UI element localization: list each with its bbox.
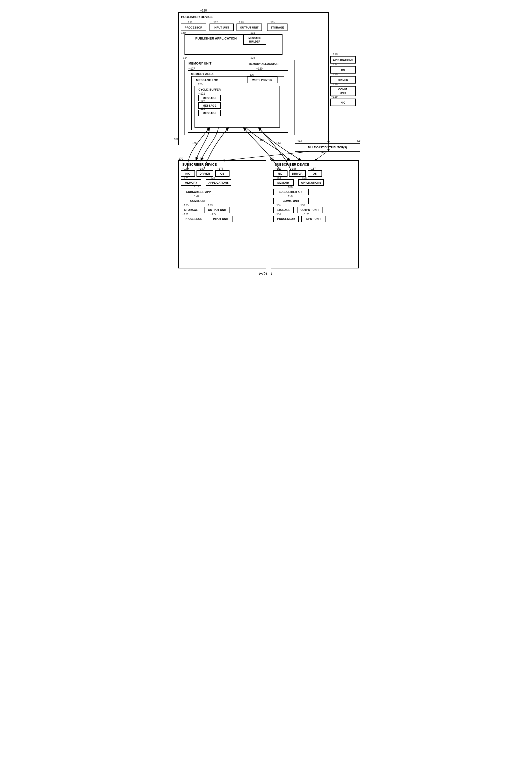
memory-allocator-label: MEMORY ALLOCATOR bbox=[248, 62, 278, 65]
memory-area-label: MEMORY AREA bbox=[191, 72, 214, 76]
applications-left-label: APPLICATIONS bbox=[208, 181, 229, 184]
storage-label: STORAGE bbox=[270, 26, 284, 29]
ref-197: ─197 bbox=[198, 167, 205, 170]
processor-label: PROCESSOR bbox=[185, 26, 202, 29]
ref-158: ─158 bbox=[300, 176, 306, 179]
ref-112: ─112 bbox=[211, 21, 218, 24]
ref-177: ─177 bbox=[216, 167, 223, 170]
storage-left-label: STORAGE bbox=[184, 208, 198, 212]
fig-title: FIG. 1 bbox=[259, 271, 273, 276]
output-unit-left-label: OUTPUT UNIT bbox=[208, 208, 227, 212]
memory-unit-label: MEMORY UNIT bbox=[188, 61, 211, 65]
ref-123: ─123 bbox=[198, 107, 205, 110]
ref-186: ─186 bbox=[286, 186, 293, 189]
ref-172: ─172 bbox=[209, 213, 216, 216]
ref-120: ─120 bbox=[256, 67, 263, 70]
applications-label: APPLICATIONS bbox=[333, 59, 353, 61]
driver-label: DRIVER bbox=[338, 79, 348, 82]
input-unit-left-label: INPUT UNIT bbox=[213, 217, 229, 220]
ref-131: ─131 bbox=[248, 31, 255, 34]
ref-176: ─176 bbox=[192, 195, 199, 198]
ref-155: ─155 bbox=[274, 204, 281, 207]
multicast-label: MULTICAST DISTRIBUTOR(S) bbox=[308, 146, 347, 149]
applications-right-label: APPLICATIONS bbox=[301, 181, 321, 184]
ref-113: ─113 bbox=[237, 21, 243, 24]
ref-116: ─116 bbox=[331, 83, 337, 86]
ref-110: ─110 bbox=[200, 9, 207, 12]
message-log-label: MESSAGE LOG bbox=[196, 79, 218, 82]
os-left-label: OS bbox=[220, 172, 224, 175]
comm-unit-pub-label: COMM. bbox=[338, 88, 348, 91]
ref-154: ─154 bbox=[274, 176, 281, 179]
write-pointer-label: WRITE POINTER bbox=[252, 79, 272, 82]
subscriber-app-right-label: SUBSCRIBER APP bbox=[279, 190, 303, 193]
message-builder-label2: BUILDER bbox=[249, 40, 261, 43]
ref-170: 170 bbox=[178, 157, 183, 160]
main-diagram-svg: ─110 PUBLISHER DEVICE ─111 PROCESSOR ─11… bbox=[171, 5, 361, 280]
ref-198: ─198 bbox=[331, 73, 337, 76]
nic-left-label: NIC bbox=[185, 172, 190, 175]
processor-left-label: PROCESSOR bbox=[185, 217, 202, 220]
ref-111: ─111 bbox=[186, 21, 193, 24]
ref-115: ─115 bbox=[268, 21, 275, 24]
ref-156: ─156 bbox=[286, 195, 293, 198]
ref-125: ─125 bbox=[196, 83, 203, 86]
nic-right-label: NIC bbox=[278, 172, 283, 175]
comm-unit-left-label: COMM. UNIT bbox=[190, 199, 207, 202]
ref-122: ─122 bbox=[198, 100, 205, 103]
subscriber-app-left-label: SUBSCRIBER APP bbox=[186, 190, 211, 193]
ref-174: ─174 bbox=[182, 176, 188, 179]
diagram-container: ─110 PUBLISHER DEVICE ─111 PROCESSOR ─11… bbox=[171, 5, 361, 280]
ref-157: ─157 bbox=[309, 167, 316, 170]
publisher-device-label: PUBLISHER DEVICE bbox=[181, 15, 213, 19]
driver-right-label: DRIVER bbox=[292, 172, 302, 175]
input-unit-right-label: INPUT UNIT bbox=[305, 217, 321, 220]
publisher-app-label: PUBLISHER APPLICATION bbox=[195, 36, 236, 40]
ref-143-label: 143 bbox=[276, 141, 280, 144]
ref-159: ─159 bbox=[274, 167, 281, 170]
ref-171: ─171 bbox=[182, 213, 188, 216]
ref-152: ─152 bbox=[302, 213, 309, 216]
memory-left-label: MEMORY bbox=[185, 181, 197, 184]
ref-178: ─178 bbox=[208, 176, 215, 179]
memory-right-label: MEMORY bbox=[277, 181, 290, 184]
output-unit-label: OUTPUT UNIT bbox=[240, 26, 259, 29]
ref-119: ─119 bbox=[331, 95, 337, 98]
ref-144-label: 144 bbox=[260, 139, 264, 142]
message-123-label: MESSAGE bbox=[203, 112, 216, 115]
ref-114: ─114 bbox=[181, 56, 187, 59]
storage-right-label: STORAGE bbox=[277, 208, 290, 212]
ref-100-label: 100 bbox=[174, 138, 178, 141]
message-121-label: MESSAGE bbox=[203, 96, 216, 100]
os-right-label: OS bbox=[313, 172, 317, 175]
comm-unit-pub-label2: UNIT bbox=[340, 91, 346, 94]
ref-145-label: 145 bbox=[192, 141, 197, 144]
ref-187: ─187 bbox=[192, 186, 199, 189]
driver-left-label: DRIVER bbox=[200, 172, 210, 175]
nic-pub-label: NIC bbox=[341, 101, 346, 104]
svg-rect-6 bbox=[243, 35, 266, 45]
ref-126: 126 bbox=[250, 73, 254, 76]
ref-140: ─140 bbox=[355, 140, 361, 143]
ref-124: ─124 bbox=[248, 56, 255, 59]
ref-173: ─173 bbox=[206, 204, 212, 207]
ref-130: 130 bbox=[181, 31, 185, 34]
ref-175: ─175 bbox=[182, 204, 188, 207]
ref-142: ─142 bbox=[318, 150, 325, 153]
message-builder-label: MESSAGE bbox=[248, 37, 261, 39]
input-unit-label: INPUT UNIT bbox=[214, 26, 229, 29]
ref-141: ─141 bbox=[295, 140, 302, 143]
ref-118: ─118 bbox=[331, 53, 337, 56]
cyclic-buffer-label: CYCLIC BUFFER bbox=[199, 88, 221, 91]
ref-150: 150 bbox=[270, 157, 274, 160]
ref-121: ─121 bbox=[198, 92, 205, 95]
ref-127: ─127 bbox=[188, 67, 195, 70]
ref-153: ─153 bbox=[298, 204, 305, 207]
comm-unit-right-label: COMM. UNIT bbox=[283, 199, 299, 202]
message-122-label: MESSAGE bbox=[203, 104, 216, 107]
os-label: OS bbox=[341, 68, 345, 72]
processor-right-label: PROCESSOR bbox=[277, 217, 295, 220]
ref-151: ─151 bbox=[274, 213, 281, 216]
subscriber-right-label: SUBSCRIBER DEVICE bbox=[275, 163, 309, 166]
output-unit-right-label: OUTPUT UNIT bbox=[300, 208, 319, 212]
